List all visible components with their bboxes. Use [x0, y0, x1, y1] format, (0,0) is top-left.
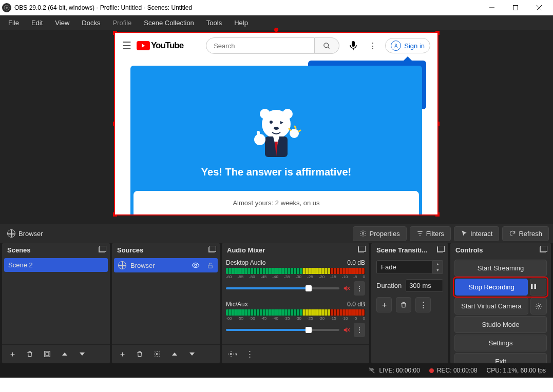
menu-view[interactable]: View	[49, 17, 75, 29]
record-indicator-icon	[429, 368, 434, 373]
menu-file[interactable]: File	[2, 17, 25, 29]
menu-help[interactable]: Help	[228, 17, 254, 29]
volume-slider[interactable]	[226, 329, 339, 331]
svg-point-25	[195, 264, 197, 266]
mixer-settings-button[interactable]: ▾	[225, 347, 239, 361]
svg-point-32	[230, 353, 232, 355]
search-icon	[315, 37, 339, 54]
exit-button[interactable]: Exit	[454, 353, 547, 363]
pause-recording-button[interactable]	[530, 279, 546, 296]
virtual-camera-settings-button[interactable]	[530, 298, 547, 315]
move-scene-up-button[interactable]	[58, 347, 72, 361]
source-context-toolbar: Browser Properties Filters Interact Refr…	[0, 224, 553, 243]
more-icon: ⋮	[369, 41, 377, 51]
move-source-up-button[interactable]	[167, 347, 182, 361]
mute-button[interactable]	[342, 285, 351, 292]
start-streaming-button[interactable]: Start Streaming	[454, 260, 547, 277]
watermark-icon: ⛶	[406, 198, 416, 209]
visibility-toggle[interactable]	[192, 261, 200, 269]
menu-scene-collection[interactable]: Scene Collection	[138, 17, 200, 29]
answer-text: Yes! The answer is affirmative!	[130, 166, 422, 178]
scene-item[interactable]: Scene 2	[4, 258, 108, 272]
svg-point-10	[395, 44, 397, 46]
chevron-down-icon[interactable]: ▼	[433, 267, 443, 274]
globe-icon	[118, 261, 126, 269]
add-scene-button[interactable]: ＋	[5, 347, 20, 361]
preview-area[interactable]: ☰ YouTube ⋮	[0, 30, 553, 224]
svg-point-17	[254, 134, 265, 145]
lock-toggle[interactable]	[207, 262, 214, 269]
volume-slider[interactable]	[226, 287, 339, 289]
svg-rect-24	[46, 352, 49, 356]
popout-icon[interactable]	[540, 247, 546, 254]
scenes-dock: Scenes Scene 2 ＋	[2, 243, 110, 363]
audio-mixer-dock: Audio Mixer Desktop Audio0.0 dB -60-55-5…	[222, 243, 369, 363]
svg-point-35	[538, 305, 540, 307]
remove-scene-button[interactable]	[23, 347, 37, 361]
move-source-down-button[interactable]	[185, 347, 199, 361]
mixer-menu-button[interactable]: ⋮	[242, 347, 257, 361]
chevron-up-icon[interactable]: ▲	[433, 261, 443, 267]
add-source-button[interactable]: ＋	[115, 347, 129, 361]
start-virtual-camera-button[interactable]: Start Virtual Camera	[454, 298, 528, 315]
youtube-search-input	[206, 37, 315, 54]
remove-transition-button[interactable]	[396, 297, 411, 312]
studio-mode-button[interactable]: Studio Mode	[454, 316, 547, 333]
refresh-icon	[509, 230, 516, 237]
source-properties-button[interactable]	[150, 347, 164, 361]
window-title: OBS 29.0.2 (64-bit, windows) - Profile: …	[14, 4, 480, 11]
popout-icon[interactable]	[208, 247, 215, 254]
transition-menu-button[interactable]: ⋮	[415, 297, 431, 312]
controls-dock: Controls Start Streaming Stop Recording …	[450, 243, 551, 363]
source-bounding-box[interactable]: ☰ YouTube ⋮	[114, 32, 438, 215]
settings-button[interactable]: Settings	[454, 335, 547, 351]
browser-source-content: ☰ YouTube ⋮	[115, 33, 437, 214]
svg-rect-23	[45, 351, 50, 357]
status-rec: REC: 00:00:08	[429, 367, 478, 374]
close-button[interactable]	[527, 0, 551, 15]
signin-button: Sign in	[385, 38, 430, 53]
menu-docks[interactable]: Docks	[75, 17, 106, 29]
move-scene-down-button[interactable]	[75, 347, 89, 361]
channel-menu-button[interactable]: ⋮	[354, 323, 365, 337]
mute-button[interactable]	[342, 326, 351, 334]
youtube-wordmark: YouTube	[151, 41, 183, 51]
svg-rect-34	[535, 284, 537, 289]
source-item[interactable]: Browser	[114, 258, 218, 272]
minimize-button[interactable]	[480, 0, 504, 15]
add-transition-button[interactable]: ＋	[376, 297, 392, 312]
pointer-icon	[461, 230, 468, 237]
sources-dock: Sources Browser ＋	[112, 243, 220, 363]
promo-banner: Almost yours: 2 weeks, on us	[134, 191, 419, 214]
duration-label: Duration	[376, 282, 402, 289]
filters-button[interactable]: Filters	[410, 226, 451, 241]
svg-point-6	[324, 43, 329, 47]
stop-recording-button[interactable]: Stop Recording	[455, 279, 528, 296]
svg-line-7	[328, 47, 330, 48]
interact-button[interactable]: Interact	[454, 226, 499, 241]
microphone-icon	[350, 41, 357, 50]
transitions-dock: Scene Transiti... Fade ▲▼ Duration 300 m…	[371, 243, 448, 363]
hamburger-icon: ☰	[122, 40, 131, 52]
status-cpu: CPU: 1.1%, 60.00 fps	[487, 367, 546, 374]
popout-icon[interactable]	[437, 247, 443, 254]
level-meter	[226, 268, 365, 274]
menu-profile[interactable]: Profile	[106, 17, 138, 29]
transition-select[interactable]: Fade ▲▼	[376, 260, 443, 274]
duration-input[interactable]: 300 ms	[406, 279, 443, 292]
properties-button[interactable]: Properties	[353, 226, 406, 241]
maximize-button[interactable]	[504, 0, 527, 15]
rotate-handle[interactable]	[274, 28, 278, 32]
scene-filters-button[interactable]	[40, 347, 54, 361]
refresh-button[interactable]: Refresh	[502, 226, 549, 241]
popout-icon[interactable]	[358, 247, 364, 254]
remove-source-button[interactable]	[132, 347, 147, 361]
gear-icon	[359, 230, 367, 237]
controls-title: Controls	[455, 246, 483, 254]
status-live: LIVE: 00:00:00	[368, 367, 419, 374]
popout-icon[interactable]	[99, 247, 105, 254]
menu-edit[interactable]: Edit	[25, 17, 49, 29]
menu-tools[interactable]: Tools	[200, 17, 228, 29]
channel-menu-button[interactable]: ⋮	[354, 281, 365, 296]
selected-source-label: Browser	[4, 229, 46, 238]
